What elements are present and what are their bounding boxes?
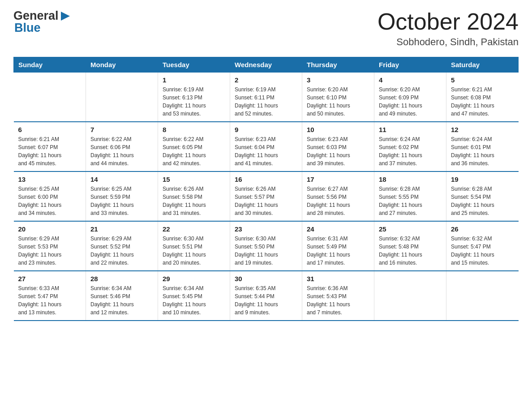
day-info: Sunrise: 6:19 AM Sunset: 6:13 PM Dayligh… <box>163 86 225 118</box>
day-info: Sunrise: 6:27 AM Sunset: 5:56 PM Dayligh… <box>307 185 369 217</box>
day-number: 9 <box>235 126 297 133</box>
day-number: 19 <box>451 176 514 183</box>
day-info: Sunrise: 6:22 AM Sunset: 6:05 PM Dayligh… <box>163 135 225 167</box>
calendar-cell: 15Sunrise: 6:26 AM Sunset: 5:58 PM Dayli… <box>158 171 230 221</box>
calendar-header-row: SundayMondayTuesdayWednesdayThursdayFrid… <box>14 57 519 73</box>
calendar-week-row: 6Sunrise: 6:21 AM Sunset: 6:07 PM Daylig… <box>14 122 519 171</box>
day-number: 1 <box>163 76 225 84</box>
day-number: 7 <box>90 126 153 133</box>
day-number: 25 <box>379 225 442 233</box>
day-info: Sunrise: 6:26 AM Sunset: 5:57 PM Dayligh… <box>235 185 297 217</box>
calendar-cell: 2Sunrise: 6:19 AM Sunset: 6:11 PM Daylig… <box>230 73 302 122</box>
logo-arrow-icon <box>59 10 72 22</box>
calendar-cell: 5Sunrise: 6:21 AM Sunset: 6:08 PM Daylig… <box>446 73 519 122</box>
calendar-week-row: 1Sunrise: 6:19 AM Sunset: 6:13 PM Daylig… <box>14 73 519 122</box>
calendar-cell: 22Sunrise: 6:30 AM Sunset: 5:51 PM Dayli… <box>158 221 230 271</box>
calendar-cell: 26Sunrise: 6:32 AM Sunset: 5:47 PM Dayli… <box>446 221 519 271</box>
day-info: Sunrise: 6:28 AM Sunset: 5:54 PM Dayligh… <box>451 185 514 217</box>
calendar-table: SundayMondayTuesdayWednesdayThursdayFrid… <box>13 57 519 321</box>
day-info: Sunrise: 6:30 AM Sunset: 5:50 PM Dayligh… <box>235 235 297 267</box>
day-info: Sunrise: 6:34 AM Sunset: 5:45 PM Dayligh… <box>163 284 225 317</box>
calendar-cell: 11Sunrise: 6:24 AM Sunset: 6:02 PM Dayli… <box>374 122 446 171</box>
calendar-cell: 4Sunrise: 6:20 AM Sunset: 6:09 PM Daylig… <box>374 73 446 122</box>
calendar-cell: 12Sunrise: 6:24 AM Sunset: 6:01 PM Dayli… <box>446 122 519 171</box>
day-info: Sunrise: 6:29 AM Sunset: 5:53 PM Dayligh… <box>18 235 82 267</box>
calendar-cell: 29Sunrise: 6:34 AM Sunset: 5:45 PM Dayli… <box>158 271 230 321</box>
calendar-cell: 1Sunrise: 6:19 AM Sunset: 6:13 PM Daylig… <box>158 73 230 122</box>
calendar-cell <box>86 73 158 122</box>
day-number: 30 <box>235 275 297 283</box>
calendar-cell: 9Sunrise: 6:23 AM Sunset: 6:04 PM Daylig… <box>230 122 302 171</box>
day-info: Sunrise: 6:35 AM Sunset: 5:44 PM Dayligh… <box>235 284 297 317</box>
header-cell-saturday: Saturday <box>446 57 519 73</box>
calendar-subtitle: Sobhodero, Sindh, Pakistan <box>378 36 519 48</box>
calendar-cell: 6Sunrise: 6:21 AM Sunset: 6:07 PM Daylig… <box>14 122 86 171</box>
day-info: Sunrise: 6:22 AM Sunset: 6:06 PM Dayligh… <box>90 135 153 167</box>
day-info: Sunrise: 6:20 AM Sunset: 6:10 PM Dayligh… <box>307 86 369 118</box>
day-info: Sunrise: 6:29 AM Sunset: 5:52 PM Dayligh… <box>90 235 153 267</box>
day-info: Sunrise: 6:21 AM Sunset: 6:08 PM Dayligh… <box>451 86 514 118</box>
day-info: Sunrise: 6:33 AM Sunset: 5:47 PM Dayligh… <box>18 284 82 317</box>
header-cell-friday: Friday <box>374 57 446 73</box>
day-info: Sunrise: 6:31 AM Sunset: 5:49 PM Dayligh… <box>307 235 369 267</box>
calendar-cell <box>446 271 519 321</box>
day-number: 12 <box>451 126 514 133</box>
title-block: October 2024 Sobhodero, Sindh, Pakistan <box>378 9 519 48</box>
day-number: 6 <box>18 126 82 133</box>
day-number: 18 <box>379 176 442 183</box>
day-number: 15 <box>163 176 225 183</box>
header-cell-sunday: Sunday <box>14 57 86 73</box>
calendar-cell: 14Sunrise: 6:25 AM Sunset: 5:59 PM Dayli… <box>86 171 158 221</box>
calendar-cell: 16Sunrise: 6:26 AM Sunset: 5:57 PM Dayli… <box>230 171 302 221</box>
header-cell-thursday: Thursday <box>302 57 374 73</box>
calendar-cell: 23Sunrise: 6:30 AM Sunset: 5:50 PM Dayli… <box>230 221 302 271</box>
day-number: 29 <box>163 275 225 283</box>
day-number: 17 <box>307 176 369 183</box>
day-info: Sunrise: 6:36 AM Sunset: 5:43 PM Dayligh… <box>307 284 369 317</box>
calendar-cell: 8Sunrise: 6:22 AM Sunset: 6:05 PM Daylig… <box>158 122 230 171</box>
day-info: Sunrise: 6:19 AM Sunset: 6:11 PM Dayligh… <box>235 86 297 118</box>
day-number: 13 <box>18 176 82 183</box>
day-info: Sunrise: 6:21 AM Sunset: 6:07 PM Dayligh… <box>18 135 82 167</box>
calendar-cell: 7Sunrise: 6:22 AM Sunset: 6:06 PM Daylig… <box>86 122 158 171</box>
calendar-cell <box>14 73 86 122</box>
calendar-cell: 10Sunrise: 6:23 AM Sunset: 6:03 PM Dayli… <box>302 122 374 171</box>
calendar-cell: 19Sunrise: 6:28 AM Sunset: 5:54 PM Dayli… <box>446 171 519 221</box>
logo: General Blue <box>13 9 72 35</box>
calendar-cell: 3Sunrise: 6:20 AM Sunset: 6:10 PM Daylig… <box>302 73 374 122</box>
header-cell-wednesday: Wednesday <box>230 57 302 73</box>
day-number: 10 <box>307 126 369 133</box>
day-info: Sunrise: 6:24 AM Sunset: 6:02 PM Dayligh… <box>379 135 442 167</box>
day-info: Sunrise: 6:30 AM Sunset: 5:51 PM Dayligh… <box>163 235 225 267</box>
calendar-week-row: 20Sunrise: 6:29 AM Sunset: 5:53 PM Dayli… <box>14 221 519 271</box>
calendar-week-row: 13Sunrise: 6:25 AM Sunset: 6:00 PM Dayli… <box>14 171 519 221</box>
calendar-cell: 17Sunrise: 6:27 AM Sunset: 5:56 PM Dayli… <box>302 171 374 221</box>
logo-blue-text: Blue <box>14 21 41 35</box>
day-number: 8 <box>163 126 225 133</box>
day-number: 28 <box>90 275 153 283</box>
day-number: 22 <box>163 225 225 233</box>
day-number: 5 <box>451 76 514 84</box>
day-info: Sunrise: 6:20 AM Sunset: 6:09 PM Dayligh… <box>379 86 442 118</box>
calendar-cell: 13Sunrise: 6:25 AM Sunset: 6:00 PM Dayli… <box>14 171 86 221</box>
day-info: Sunrise: 6:28 AM Sunset: 5:55 PM Dayligh… <box>379 185 442 217</box>
calendar-cell: 20Sunrise: 6:29 AM Sunset: 5:53 PM Dayli… <box>14 221 86 271</box>
day-info: Sunrise: 6:24 AM Sunset: 6:01 PM Dayligh… <box>451 135 514 167</box>
day-number: 31 <box>307 275 369 283</box>
day-info: Sunrise: 6:26 AM Sunset: 5:58 PM Dayligh… <box>163 185 225 217</box>
calendar-cell: 27Sunrise: 6:33 AM Sunset: 5:47 PM Dayli… <box>14 271 86 321</box>
day-number: 21 <box>90 225 153 233</box>
day-number: 27 <box>18 275 82 283</box>
day-number: 20 <box>18 225 82 233</box>
day-info: Sunrise: 6:23 AM Sunset: 6:03 PM Dayligh… <box>307 135 369 167</box>
day-info: Sunrise: 6:25 AM Sunset: 5:59 PM Dayligh… <box>90 185 153 217</box>
calendar-cell: 25Sunrise: 6:32 AM Sunset: 5:48 PM Dayli… <box>374 221 446 271</box>
day-number: 23 <box>235 225 297 233</box>
header-cell-monday: Monday <box>86 57 158 73</box>
svg-marker-0 <box>61 12 70 21</box>
calendar-cell: 24Sunrise: 6:31 AM Sunset: 5:49 PM Dayli… <box>302 221 374 271</box>
day-number: 11 <box>379 126 442 133</box>
header-cell-tuesday: Tuesday <box>158 57 230 73</box>
calendar-cell <box>374 271 446 321</box>
header: General Blue October 2024 Sobhodero, Sin… <box>13 9 519 48</box>
